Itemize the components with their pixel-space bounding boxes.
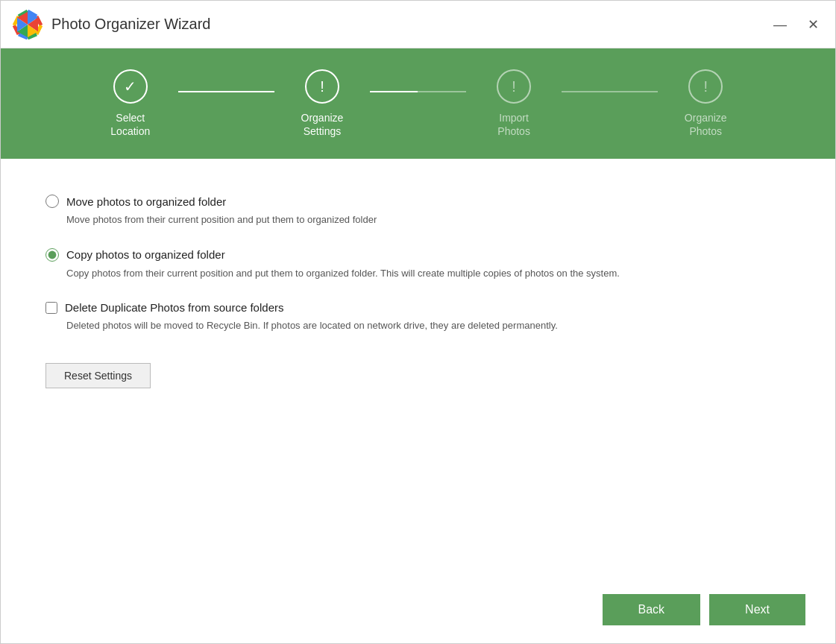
step-circle-4: ! (688, 69, 723, 104)
step-label-1: SelectLocation (110, 111, 150, 138)
step-select-location: ✓ SelectLocation (83, 69, 179, 138)
step-circle-1: ✓ (113, 69, 148, 104)
footer: Back Next (1, 582, 835, 643)
step-import-photos: ! ImportPhotos (466, 69, 562, 138)
copy-option-row: Copy photos to organized folder Copy pho… (45, 248, 791, 281)
move-option-row: Move photos to organized folder Move pho… (45, 195, 791, 227)
minimize-button[interactable]: — (769, 16, 791, 33)
copy-option-label[interactable]: Copy photos to organized folder (66, 248, 225, 261)
reset-settings-button[interactable]: Reset Settings (45, 363, 151, 388)
connector-1 (178, 91, 274, 93)
copy-option-desc: Copy photos from their current position … (66, 266, 791, 281)
step-organize-settings: ! OrganizeSettings (274, 69, 371, 138)
move-option-desc: Move photos from their current position … (66, 212, 791, 227)
delete-checkbox[interactable] (45, 302, 57, 314)
wizard-header: ✓ SelectLocation ! OrganizeSettings ! Im… (1, 48, 835, 159)
move-radio[interactable] (45, 195, 59, 208)
wizard-steps: ✓ SelectLocation ! OrganizeSettings ! Im… (83, 69, 754, 138)
step-circle-2: ! (305, 69, 339, 104)
main-content: Move photos to organized folder Move pho… (1, 159, 835, 582)
delete-option-label[interactable]: Delete Duplicate Photos from source fold… (65, 301, 283, 314)
move-option-label[interactable]: Move photos to organized folder (66, 195, 226, 208)
move-option-title-row: Move photos to organized folder (45, 195, 791, 208)
connector-2 (370, 91, 466, 93)
copy-radio[interactable] (45, 248, 59, 262)
step-label-2: OrganizeSettings (301, 111, 344, 138)
title-bar: Photo Organizer Wizard — ✕ (1, 1, 835, 48)
next-button[interactable]: Next (709, 594, 805, 625)
step-organize-photos: ! OrganizePhotos (658, 69, 754, 138)
close-button[interactable]: ✕ (803, 16, 823, 33)
delete-option-title-row: Delete Duplicate Photos from source fold… (45, 301, 791, 314)
app-logo (13, 10, 43, 40)
copy-option-title-row: Copy photos to organized folder (45, 248, 791, 262)
delete-option-desc: Deleted photos will be moved to Recycle … (66, 318, 791, 333)
step-circle-3: ! (497, 69, 531, 104)
delete-option-row: Delete Duplicate Photos from source fold… (45, 301, 791, 333)
step-label-4: OrganizePhotos (685, 111, 727, 138)
connector-3 (562, 91, 658, 93)
app-title: Photo Organizer Wizard (51, 16, 769, 33)
back-button[interactable]: Back (603, 594, 701, 625)
step-label-3: ImportPhotos (497, 111, 530, 138)
window-controls: — ✕ (769, 16, 823, 33)
